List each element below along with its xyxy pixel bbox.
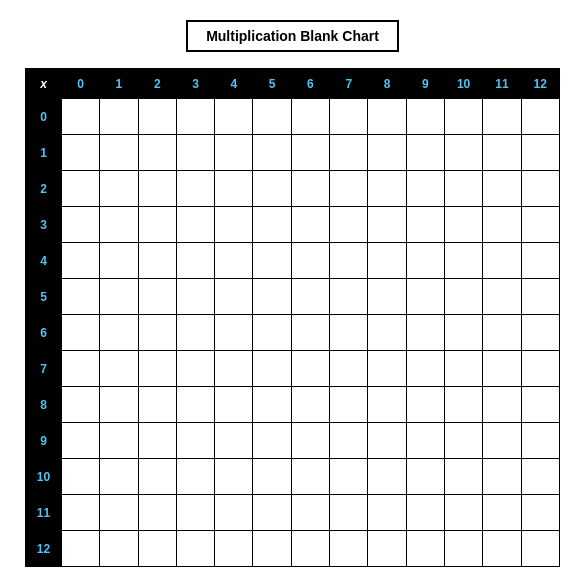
blank-cell[interactable]	[253, 315, 291, 351]
blank-cell[interactable]	[483, 423, 521, 459]
blank-cell[interactable]	[100, 315, 138, 351]
blank-cell[interactable]	[100, 531, 138, 567]
blank-cell[interactable]	[100, 171, 138, 207]
blank-cell[interactable]	[253, 243, 291, 279]
blank-cell[interactable]	[100, 135, 138, 171]
blank-cell[interactable]	[291, 99, 329, 135]
blank-cell[interactable]	[368, 171, 406, 207]
blank-cell[interactable]	[62, 99, 100, 135]
blank-cell[interactable]	[444, 279, 482, 315]
blank-cell[interactable]	[444, 495, 482, 531]
blank-cell[interactable]	[406, 207, 444, 243]
blank-cell[interactable]	[406, 459, 444, 495]
blank-cell[interactable]	[62, 351, 100, 387]
blank-cell[interactable]	[176, 459, 214, 495]
blank-cell[interactable]	[138, 207, 176, 243]
blank-cell[interactable]	[368, 423, 406, 459]
blank-cell[interactable]	[215, 279, 253, 315]
blank-cell[interactable]	[62, 531, 100, 567]
blank-cell[interactable]	[138, 99, 176, 135]
blank-cell[interactable]	[521, 279, 559, 315]
blank-cell[interactable]	[138, 279, 176, 315]
blank-cell[interactable]	[100, 387, 138, 423]
blank-cell[interactable]	[444, 135, 482, 171]
blank-cell[interactable]	[138, 351, 176, 387]
blank-cell[interactable]	[330, 315, 368, 351]
blank-cell[interactable]	[253, 423, 291, 459]
blank-cell[interactable]	[368, 351, 406, 387]
blank-cell[interactable]	[176, 495, 214, 531]
blank-cell[interactable]	[444, 351, 482, 387]
blank-cell[interactable]	[483, 387, 521, 423]
blank-cell[interactable]	[521, 243, 559, 279]
blank-cell[interactable]	[368, 495, 406, 531]
blank-cell[interactable]	[483, 207, 521, 243]
blank-cell[interactable]	[62, 279, 100, 315]
blank-cell[interactable]	[444, 459, 482, 495]
blank-cell[interactable]	[138, 135, 176, 171]
blank-cell[interactable]	[406, 135, 444, 171]
blank-cell[interactable]	[215, 135, 253, 171]
blank-cell[interactable]	[521, 459, 559, 495]
blank-cell[interactable]	[521, 99, 559, 135]
blank-cell[interactable]	[215, 459, 253, 495]
blank-cell[interactable]	[406, 99, 444, 135]
blank-cell[interactable]	[521, 135, 559, 171]
blank-cell[interactable]	[138, 495, 176, 531]
blank-cell[interactable]	[253, 495, 291, 531]
blank-cell[interactable]	[291, 171, 329, 207]
blank-cell[interactable]	[368, 207, 406, 243]
blank-cell[interactable]	[176, 279, 214, 315]
blank-cell[interactable]	[330, 423, 368, 459]
blank-cell[interactable]	[176, 243, 214, 279]
blank-cell[interactable]	[291, 315, 329, 351]
blank-cell[interactable]	[483, 351, 521, 387]
blank-cell[interactable]	[368, 315, 406, 351]
blank-cell[interactable]	[483, 135, 521, 171]
blank-cell[interactable]	[483, 279, 521, 315]
blank-cell[interactable]	[368, 531, 406, 567]
blank-cell[interactable]	[406, 387, 444, 423]
blank-cell[interactable]	[291, 423, 329, 459]
blank-cell[interactable]	[521, 207, 559, 243]
blank-cell[interactable]	[138, 387, 176, 423]
blank-cell[interactable]	[100, 423, 138, 459]
blank-cell[interactable]	[444, 387, 482, 423]
blank-cell[interactable]	[100, 207, 138, 243]
blank-cell[interactable]	[368, 99, 406, 135]
blank-cell[interactable]	[215, 495, 253, 531]
blank-cell[interactable]	[406, 423, 444, 459]
blank-cell[interactable]	[253, 459, 291, 495]
blank-cell[interactable]	[444, 99, 482, 135]
blank-cell[interactable]	[62, 243, 100, 279]
blank-cell[interactable]	[330, 171, 368, 207]
blank-cell[interactable]	[253, 135, 291, 171]
blank-cell[interactable]	[444, 243, 482, 279]
blank-cell[interactable]	[62, 171, 100, 207]
blank-cell[interactable]	[215, 99, 253, 135]
blank-cell[interactable]	[100, 459, 138, 495]
blank-cell[interactable]	[521, 531, 559, 567]
blank-cell[interactable]	[483, 99, 521, 135]
blank-cell[interactable]	[62, 495, 100, 531]
blank-cell[interactable]	[521, 495, 559, 531]
blank-cell[interactable]	[406, 495, 444, 531]
blank-cell[interactable]	[176, 207, 214, 243]
blank-cell[interactable]	[521, 171, 559, 207]
blank-cell[interactable]	[176, 387, 214, 423]
blank-cell[interactable]	[62, 459, 100, 495]
blank-cell[interactable]	[100, 99, 138, 135]
blank-cell[interactable]	[215, 207, 253, 243]
blank-cell[interactable]	[100, 351, 138, 387]
blank-cell[interactable]	[253, 99, 291, 135]
blank-cell[interactable]	[138, 315, 176, 351]
blank-cell[interactable]	[330, 531, 368, 567]
blank-cell[interactable]	[176, 171, 214, 207]
blank-cell[interactable]	[100, 243, 138, 279]
blank-cell[interactable]	[368, 135, 406, 171]
blank-cell[interactable]	[444, 423, 482, 459]
blank-cell[interactable]	[444, 207, 482, 243]
blank-cell[interactable]	[291, 279, 329, 315]
blank-cell[interactable]	[483, 531, 521, 567]
blank-cell[interactable]	[100, 495, 138, 531]
